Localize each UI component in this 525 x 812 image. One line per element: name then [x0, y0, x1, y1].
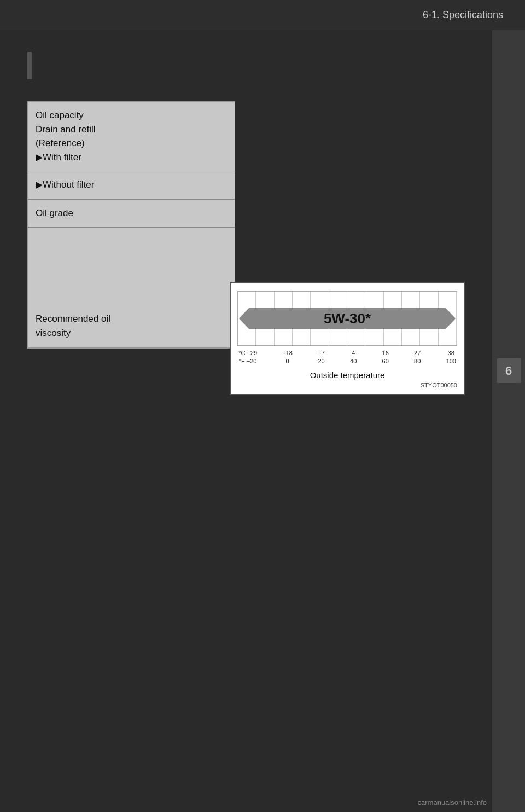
temp-item-1: °C −29°F −20 — [238, 349, 257, 366]
oil-capacity-text: Oil capacity Drain and refill (Reference… — [36, 108, 227, 164]
recommended-viscosity-row: Recommended oilviscosity — [28, 228, 235, 348]
viscosity-arrow-bar: 5W-30* — [249, 308, 446, 329]
page-title: 6-1. Specifications — [423, 9, 503, 21]
viscosity-chart: 5W-30* °C −29°F −20 −180 −720 440 1660 2… — [230, 282, 465, 395]
without-filter-row: ▶Without filter — [28, 171, 235, 200]
chart-code: STYOT00050 — [237, 382, 457, 388]
temp-scale: °C −29°F −20 −180 −720 440 1660 2780 381… — [237, 349, 457, 366]
viscosity-value: 5W-30* — [324, 310, 371, 327]
arrow-right-icon — [446, 308, 456, 329]
without-filter-text: ▶Without filter — [36, 178, 227, 192]
header-bar: 6-1. Specifications — [0, 0, 525, 30]
temp-item-6: 2780 — [414, 349, 421, 366]
chapter-number: 6 — [497, 358, 521, 383]
arrow-left-icon — [239, 308, 249, 329]
right-sidebar: 6 — [492, 30, 525, 812]
outside-temp-label: Outside temperature — [237, 370, 457, 380]
recommended-viscosity-text: Recommended oilviscosity — [36, 312, 227, 340]
temp-item-3: −720 — [318, 349, 325, 366]
temp-item-7: 38100 — [446, 349, 456, 366]
oil-grade-row: Oil grade — [28, 200, 235, 228]
watermark: carmanualsonline.info — [418, 798, 487, 807]
oil-grade-text: Oil grade — [36, 206, 227, 221]
main-content: Oil capacity Drain and refill (Reference… — [0, 30, 492, 812]
spec-table: Oil capacity Drain and refill (Reference… — [27, 101, 235, 349]
section-marker — [27, 52, 32, 79]
temp-item-4: 440 — [350, 349, 357, 366]
oil-capacity-row: Oil capacity Drain and refill (Reference… — [28, 102, 235, 171]
temp-item-5: 1660 — [382, 349, 389, 366]
chart-grid: 5W-30* — [237, 291, 457, 346]
temp-item-2: −180 — [282, 349, 293, 366]
